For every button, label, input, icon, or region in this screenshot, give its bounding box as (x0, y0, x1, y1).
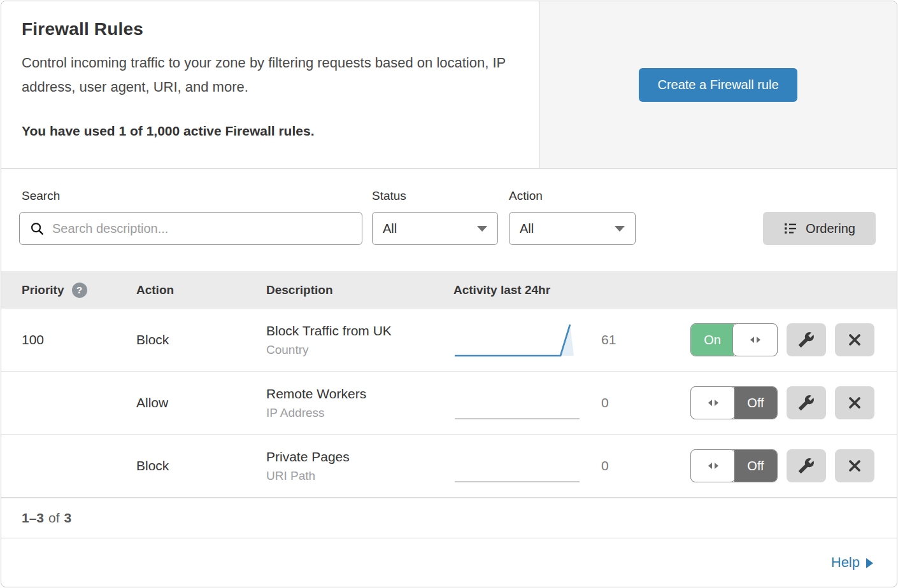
x-icon (847, 332, 862, 347)
status-selected-value: All (383, 221, 397, 236)
help-bar: Help (1, 538, 897, 587)
column-description: Description (266, 283, 453, 297)
activity-count: 61 (601, 332, 616, 347)
filter-bar: Search Status All Action All Ordering (1, 169, 897, 271)
delete-rule-button[interactable] (835, 449, 874, 482)
arrow-right-icon (866, 558, 873, 568)
action-selected-value: All (520, 221, 534, 236)
table-header: Priority ? Action Description Activity l… (1, 271, 897, 309)
rule-match-type: URI Path (266, 469, 453, 483)
rule-controls: Off (690, 449, 874, 482)
usage-note: You have used 1 of 1,000 active Firewall… (22, 123, 518, 139)
wrench-icon (798, 332, 815, 348)
rule-description-cell: Remote Workers IP Address (266, 386, 453, 420)
search-icon (30, 221, 45, 236)
activity-sparkline (453, 319, 581, 360)
column-activity: Activity last 24hr (453, 283, 874, 297)
page-header: Firewall Rules Control incoming traffic … (1, 1, 897, 169)
header-action-panel: Create a Firewall rule (539, 1, 897, 168)
pagination-total: 3 (64, 510, 72, 526)
pagination-of-label: of (48, 510, 60, 526)
rule-activity-cell: 0 (453, 382, 690, 423)
search-input-wrapper (19, 212, 362, 245)
edit-rule-button[interactable] (787, 449, 826, 482)
rule-description: Block Traffic from UK (266, 323, 453, 339)
rule-match-type: Country (266, 343, 453, 357)
rule-description: Remote Workers (266, 386, 453, 402)
x-icon (847, 395, 862, 410)
wrench-icon (798, 395, 815, 411)
rule-controls: On (690, 323, 874, 356)
edit-rule-button[interactable] (787, 386, 826, 419)
rule-description-cell: Block Traffic from UK Country (266, 323, 453, 357)
table-row: Allow Remote Workers IP Address 0 Off (1, 372, 897, 435)
priority-column-label: Priority (22, 283, 64, 297)
column-action: Action (136, 283, 266, 297)
page-title: Firewall Rules (22, 19, 518, 39)
search-label: Search (22, 189, 60, 203)
rule-enabled-toggle[interactable]: On (690, 323, 778, 356)
search-input[interactable] (52, 213, 362, 244)
chevron-down-icon (615, 226, 625, 232)
rule-match-type: IP Address (266, 406, 453, 420)
toggle-state-label: Off (734, 387, 777, 419)
rule-action: Block (136, 458, 266, 473)
rule-enabled-toggle[interactable]: Off (690, 449, 778, 482)
activity-count: 0 (601, 395, 609, 410)
x-icon (847, 458, 862, 473)
status-label: Status (372, 189, 406, 203)
header-text-block: Firewall Rules Control incoming traffic … (1, 1, 539, 168)
rule-action: Allow (136, 395, 266, 410)
rule-enabled-toggle[interactable]: Off (690, 386, 778, 419)
column-priority: Priority ? (22, 283, 136, 298)
rule-description-cell: Private Pages URI Path (266, 449, 453, 483)
activity-sparkline (453, 382, 581, 423)
priority-help-icon[interactable]: ? (72, 283, 87, 298)
page-description: Control incoming traffic to your zone by… (22, 51, 512, 99)
status-select[interactable]: All (372, 212, 498, 245)
rule-priority: 100 (22, 332, 136, 347)
pagination-status: 1–3 of 3 (1, 498, 897, 538)
rule-action: Block (136, 332, 266, 347)
firewall-rules-panel: Firewall Rules Control incoming traffic … (1, 1, 897, 587)
pagination-range: 1–3 (22, 510, 44, 526)
toggle-handle-icon (690, 449, 736, 482)
delete-rule-button[interactable] (835, 323, 874, 356)
help-link[interactable]: Help (831, 554, 873, 571)
toggle-handle-icon (732, 323, 778, 356)
rule-controls: Off (690, 386, 874, 419)
wrench-icon (798, 458, 815, 474)
help-link-label: Help (831, 554, 860, 571)
toggle-state-label: On (691, 324, 734, 356)
delete-rule-button[interactable] (835, 386, 874, 419)
table-row: 100 Block Block Traffic from UK Country … (1, 309, 897, 372)
edit-rule-button[interactable] (787, 323, 826, 356)
list-icon (783, 221, 797, 235)
toggle-handle-icon (690, 386, 736, 419)
activity-count: 0 (601, 458, 609, 473)
toggle-state-label: Off (734, 450, 777, 482)
ordering-button[interactable]: Ordering (763, 212, 876, 245)
rule-activity-cell: 0 (453, 445, 690, 486)
create-firewall-rule-button[interactable]: Create a Firewall rule (639, 68, 797, 102)
rule-activity-cell: 61 (453, 319, 690, 360)
ordering-button-label: Ordering (806, 221, 855, 236)
action-select[interactable]: All (509, 212, 636, 245)
chevron-down-icon (477, 226, 487, 232)
table-row: Block Private Pages URI Path 0 Off (1, 435, 897, 498)
activity-sparkline (453, 445, 581, 486)
rule-description: Private Pages (266, 449, 453, 465)
action-label: Action (509, 189, 543, 203)
